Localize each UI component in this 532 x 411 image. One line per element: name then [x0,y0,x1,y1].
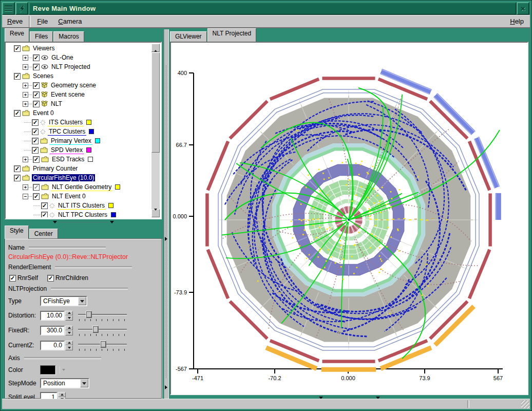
tree-row[interactable]: +✓NLT [7,99,151,108]
expand-plus-toggle[interactable]: + [23,55,28,61]
tree-row[interactable]: ✓Primary Counter [7,164,151,173]
expand-plus-toggle[interactable]: + [23,101,28,107]
tree-checkbox[interactable]: ✓ [32,147,39,154]
tree-item-label[interactable]: Scenes [32,72,54,80]
chevron-down-icon[interactable] [78,297,86,305]
tree-checkbox[interactable]: ✓ [33,156,40,163]
slider-thumb[interactable] [92,326,99,333]
tree-item-label[interactable]: Primary Vertex [50,137,92,145]
tree-item-label[interactable]: Primary Counter [32,165,79,172]
tree-item-label[interactable]: Viewers [32,45,55,52]
tree-checkbox[interactable]: ✓ [14,45,21,52]
tree-item-label[interactable]: SPD Vertex [50,146,84,154]
color-swatch[interactable] [88,157,93,162]
currentz-spinner[interactable] [65,341,73,350]
tree-row[interactable]: +✓GL-One [7,53,151,62]
rnrself-checkbox[interactable]: ✓ [9,275,16,282]
tree-checkbox[interactable]: ✓ [33,54,40,61]
tree-item-label[interactable]: NLT ITS Clusters [57,202,106,210]
color-swatch[interactable] [108,203,113,208]
scroll-down-button[interactable] [151,209,160,217]
tree-item-label[interactable]: NLT Event 0 [51,193,87,200]
tree-checkbox[interactable]: ✓ [33,91,40,98]
type-combobox[interactable]: CFishEye [40,296,87,306]
rnrchildren-checkbox[interactable]: ✓ [47,275,54,282]
color-swatch[interactable] [111,212,116,217]
expand-plus-toggle[interactable]: + [23,64,28,70]
tree-item-label[interactable]: GL-One [50,54,74,61]
tree-row[interactable]: ✓TPC Clusters [7,127,151,136]
titlebar[interactable]: Reve Main Window [29,2,517,15]
tab-center[interactable]: Center [29,229,58,239]
tree-item-label[interactable]: ESD Tracks [51,156,85,163]
color-swatch[interactable] [95,138,100,143]
tab-files[interactable]: Files [30,31,53,42]
tree-checkbox[interactable]: ✓ [32,119,39,126]
stepmode-combobox[interactable]: Position [40,378,89,388]
currentz-input[interactable] [40,341,65,350]
tree-checkbox[interactable]: ✓ [14,110,21,117]
tree-checkbox[interactable]: ✓ [33,101,40,107]
tree-row[interactable]: ✓SPD Vertex [7,145,151,155]
slider-thumb[interactable] [100,341,106,348]
tree-item-label[interactable]: Event scene [50,91,86,98]
tree-item-label[interactable]: Geometry scene [50,82,97,89]
tree-row[interactable]: ✓Scenes [7,71,151,81]
tab-nlt-projected[interactable]: NLT Projected [207,28,257,42]
fixedr-spinner[interactable] [65,326,73,335]
menu-camera[interactable]: Camera [53,16,87,27]
tree-checkbox[interactable]: ✓ [14,73,21,80]
expand-plus-toggle[interactable]: + [23,92,28,98]
tree-row[interactable]: ✓Primary Vertex [7,136,151,145]
tree-checkbox[interactable]: ✓ [33,184,40,191]
distortion-input[interactable] [40,311,65,321]
tree-item-label[interactable]: CircularFishEye (10.0) [32,174,95,181]
tree-checkbox[interactable]: ✓ [33,82,40,89]
tree-checkbox[interactable]: ✓ [14,165,21,172]
tree-row[interactable]: ✓Event 0 [7,108,151,118]
nlt-projected-canvas[interactable]: 40066.70.000-73.9-567-471-70.20.00073.95… [170,42,528,395]
expand-plus-toggle[interactable]: + [23,184,28,190]
color-swatch[interactable] [115,184,120,190]
tree-row[interactable]: +✓NLT Projected [7,62,151,71]
tree-checkbox[interactable]: ✓ [41,202,48,209]
expand-plus-toggle[interactable]: + [23,157,28,162]
tree-row[interactable]: ✓CircularFishEye (10.0) [7,173,151,182]
menu-file[interactable]: File [32,16,53,27]
distortion-spinner[interactable] [65,311,73,321]
tree-row[interactable]: +✓ESD Tracks [7,155,151,164]
tree-row[interactable]: +✓Event scene [7,90,151,99]
menu-help[interactable]: Help [504,16,530,27]
tree-item-label[interactable]: TPC Clusters [48,128,86,136]
tree-item-label[interactable]: NLT [50,100,63,107]
color-dropdown-icon[interactable] [60,366,67,373]
tab-glviewer[interactable]: GLViewer [170,31,207,42]
tree-row[interactable]: −✓NLT Event 0 [7,192,151,201]
tree-row[interactable]: ✓ITS Clusters [7,118,151,127]
window-menu-button[interactable] [2,2,15,15]
tree-checkbox[interactable]: ✓ [32,128,39,135]
tree-item-label[interactable]: NLT Gentle Geometry [51,183,112,191]
tab-macros[interactable]: Macros [53,31,84,42]
tree-splitter[interactable] [5,220,162,225]
menu-reve[interactable]: Reve [2,16,28,27]
tree-checkbox[interactable]: ✓ [32,138,39,144]
fixedr-slider[interactable] [78,325,127,336]
fixedr-input[interactable] [40,326,65,335]
scroll-up-button[interactable] [151,44,160,52]
tree-item-label[interactable]: NLT Projected [50,63,91,70]
tree-checkbox[interactable]: ✓ [33,64,40,70]
tree-row[interactable]: +✓NLT Gentle Geometry [7,182,151,192]
tree-checkbox[interactable]: ✓ [41,212,48,218]
panel-splitter[interactable] [164,29,169,399]
distortion-slider[interactable] [78,310,127,321]
resize-grip[interactable] [521,400,529,408]
slider-thumb[interactable] [86,311,92,318]
app-icon-button[interactable] [15,2,28,15]
expand-plus-toggle[interactable]: + [23,83,28,88]
color-swatch[interactable] [86,120,91,125]
tree-scrollbar[interactable] [151,44,160,217]
tab-style[interactable]: Style [5,226,29,239]
axis-color-swatch[interactable] [40,365,55,375]
color-swatch[interactable] [86,147,91,153]
